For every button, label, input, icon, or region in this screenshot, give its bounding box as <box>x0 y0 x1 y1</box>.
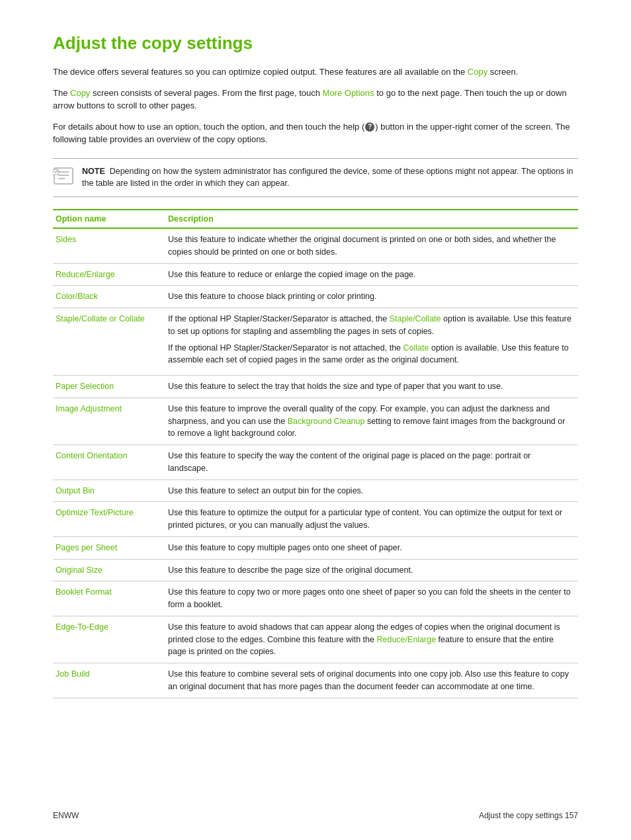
table-row: Booklet FormatUse this feature to copy t… <box>53 581 578 616</box>
option-name[interactable]: Original Size <box>53 559 165 581</box>
intro-para-2: The Copy screen consists of several page… <box>53 87 578 112</box>
option-name[interactable]: Pages per Sheet <box>53 536 165 559</box>
option-description: If the optional HP Stapler/Stacker/Separ… <box>165 308 578 376</box>
note-box: NOTE Depending on how the system adminis… <box>53 158 578 198</box>
option-name[interactable]: Edge-To-Edge <box>53 616 165 663</box>
option-name[interactable]: Image Adjustment <box>53 398 165 444</box>
option-name[interactable]: Sides <box>53 228 165 263</box>
table-row: Edge-To-EdgeUse this feature to avoid sh… <box>53 616 578 663</box>
table-row: Paper SelectionUse this feature to selec… <box>53 376 578 398</box>
note-text: NOTE Depending on how the system adminis… <box>82 165 578 190</box>
table-row: Optimize Text/PictureUse this feature to… <box>53 502 578 537</box>
options-table: Option name Description SidesUse this fe… <box>53 209 578 698</box>
page-title: Adjust the copy settings <box>53 33 578 54</box>
option-name[interactable]: Optimize Text/Picture <box>53 502 165 537</box>
option-name[interactable]: Reduce/Enlarge <box>53 263 165 286</box>
option-name[interactable]: Staple/Collate or Collate <box>53 308 165 376</box>
table-row: Image AdjustmentUse this feature to impr… <box>53 398 578 444</box>
col-header-option: Option name <box>53 210 165 228</box>
footer-left: ENWW <box>53 811 79 820</box>
table-row: Original SizeUse this feature to describ… <box>53 559 578 581</box>
copy-link-2[interactable]: Copy <box>70 88 90 98</box>
help-icon: ? <box>365 122 374 132</box>
option-description: Use this feature to improve the overall … <box>165 398 578 444</box>
table-row: Job BuildUse this feature to combine sev… <box>53 663 578 698</box>
table-row: Reduce/EnlargeUse this feature to reduce… <box>53 263 578 286</box>
table-row: Output BinUse this feature to select an … <box>53 480 578 502</box>
option-name[interactable]: Job Build <box>53 663 165 698</box>
note-icon <box>53 165 74 189</box>
option-name[interactable]: Output Bin <box>53 480 165 502</box>
option-description: Use this feature to optimize the output … <box>165 502 578 537</box>
note-label: NOTE <box>82 167 105 176</box>
option-description: Use this feature to combine several sets… <box>165 663 578 698</box>
option-description: Use this feature to select the tray that… <box>165 376 578 398</box>
option-description: Use this feature to indicate whether the… <box>165 228 578 263</box>
option-description: Use this feature to describe the page si… <box>165 559 578 581</box>
option-description: Use this feature to select an output bin… <box>165 480 578 502</box>
copy-link-1[interactable]: Copy <box>468 67 487 77</box>
table-row: Color/BlackUse this feature to choose bl… <box>53 286 578 308</box>
table-row: Staple/Collate or CollateIf the optional… <box>53 308 578 376</box>
option-description: Use this feature to choose black printin… <box>165 286 578 308</box>
option-description: Use this feature to avoid shadows that c… <box>165 616 578 663</box>
more-options-link[interactable]: More Options <box>323 88 374 98</box>
option-name[interactable]: Paper Selection <box>53 376 165 398</box>
option-name[interactable]: Content Orientation <box>53 445 165 480</box>
intro-para-3: For details about how to use an option, … <box>53 120 578 146</box>
table-row: Pages per SheetUse this feature to copy … <box>53 536 578 559</box>
option-description: Use this feature to specify the way the … <box>165 445 578 480</box>
footer: ENWW Adjust the copy settings 157 <box>53 811 578 820</box>
option-name[interactable]: Color/Black <box>53 286 165 308</box>
option-name[interactable]: Booklet Format <box>53 581 165 616</box>
option-description: Use this feature to copy two or more pag… <box>165 581 578 616</box>
option-description: Use this feature to reduce or enlarge th… <box>165 263 578 286</box>
intro-para-1: The device offers several features so yo… <box>53 65 578 79</box>
col-header-description: Description <box>165 210 578 228</box>
footer-right: Adjust the copy settings 157 <box>479 811 578 820</box>
option-description: Use this feature to copy multiple pages … <box>165 536 578 559</box>
table-row: Content OrientationUse this feature to s… <box>53 445 578 480</box>
table-row: SidesUse this feature to indicate whethe… <box>53 228 578 263</box>
